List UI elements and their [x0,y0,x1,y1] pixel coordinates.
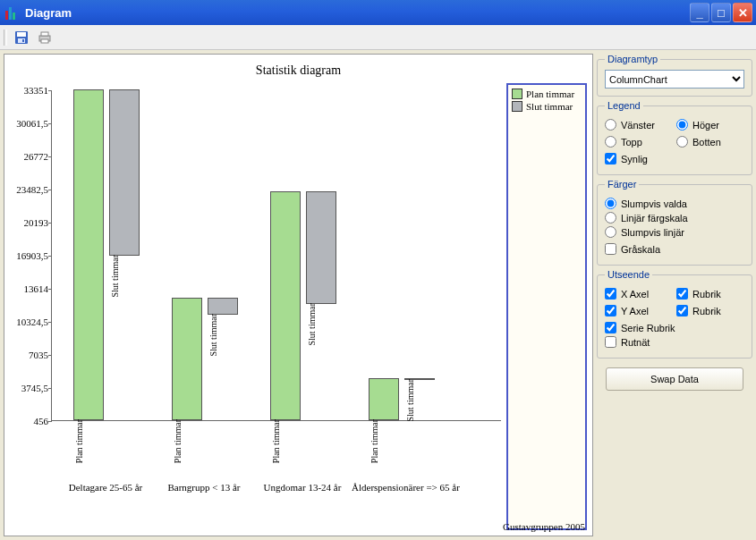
radio-linjar-fargskala[interactable]: Linjär färgskala [605,212,744,224]
chart-legend: Plan timmarSlut timmar [506,83,587,530]
series-x-label: Plan timmar [173,419,183,467]
window-close-button[interactable]: ✕ [733,3,752,22]
toolbar-grip [4,30,7,46]
legend-label: Plan timmar [526,89,574,99]
y-tick-label: 10324,5 [11,316,48,327]
legend-label: Slut timmar [526,101,573,112]
group-diagramtyp-legend: Diagramtyp [605,54,660,64]
legend-item: Plan timmar [512,89,582,99]
y-tick-label: 33351 [11,85,48,96]
radio-slumpvis-linjar[interactable]: Slumpvis linjär [605,226,744,238]
series-x-label: Plan timmar [271,419,281,467]
y-tick-label: 30061,5 [11,118,48,129]
svg-rect-1 [17,32,26,37]
radio-vanster[interactable]: Vänster [605,119,673,131]
check-x-axel[interactable]: X Axel [605,288,673,300]
y-tick-label: 13614 [11,283,48,294]
svg-rect-6 [41,39,48,43]
category-label: Barngrupp < 13 år [155,482,253,493]
group-farger-legend: Färger [605,179,639,190]
category-label: Deltagare 25-65 år [56,482,155,493]
window-maximize-button[interactable]: □ [711,3,731,22]
window-minimize-button[interactable]: _ [690,3,709,22]
window-titlebar: Diagram _ □ ✕ [0,0,756,25]
bar: Plan timmar [270,191,301,420]
bar-group: Plan timmarSlut timmar [353,378,451,420]
category-label: Ålderspensionärer => 65 år [352,482,450,493]
chart-pane: Statistik diagram 3335130061,52677223482… [4,54,593,536]
bar: Plan timmar [369,378,399,420]
save-button[interactable] [11,27,32,48]
bar: Slut timmar [109,89,140,256]
y-tick-label: 3745,5 [11,383,48,393]
y-tick-label: 16903,5 [11,250,48,261]
category-label: Ungdomar 13-24 år [253,482,352,493]
y-tick-label: 23482,5 [11,184,48,195]
svg-rect-3 [22,39,24,42]
radio-topp[interactable]: Topp [605,136,673,148]
radio-botten[interactable]: Botten [676,136,744,148]
check-serie-rubrik[interactable]: Serie Rubrik [605,322,744,333]
y-tick-label: 26772 [11,151,48,162]
y-tick-label: 456 [11,416,48,426]
series-x-label: Slut timmar [110,255,120,301]
options-panel: Diagramtyp ColumnChart Legend Vänster Hö… [597,54,752,536]
series-x-label: Slut timmar [405,379,415,426]
check-rubrik-2[interactable]: Rubrik [676,305,744,316]
group-diagramtyp: Diagramtyp ColumnChart [597,54,752,97]
check-rubrik-1[interactable]: Rubrik [676,288,744,300]
plot-area: 3335130061,52677223482,52019316903,51361… [51,83,501,530]
bar: Plan timmar [73,89,104,420]
chart-title: Statistik diagram [10,63,587,78]
legend-swatch [512,101,522,112]
bar-group: Plan timmarSlut timmar [156,298,254,420]
app-icon [5,5,20,20]
radio-hoger[interactable]: Höger [676,119,744,131]
y-tick-label: 20193 [11,217,48,228]
y-tick-label: 7035 [11,350,48,360]
check-synlig[interactable]: Synlig [605,153,744,165]
svg-rect-5 [41,32,48,36]
bar-group: Plan timmarSlut timmar [254,191,353,420]
bar: Slut timmar [404,378,435,380]
group-farger: Färger Slumpvis valda Linjär färgskala S… [597,179,752,266]
bar: Slut timmar [208,298,238,314]
bar: Plan timmar [172,298,202,420]
diagramtyp-select[interactable]: ColumnChart [605,70,744,89]
legend-item: Slut timmar [512,101,582,112]
toolbar [0,25,756,50]
chart-footer: Gustavgruppen 2005 [503,521,585,532]
check-y-axel[interactable]: Y Axel [605,305,673,316]
print-icon [38,30,52,45]
series-x-label: Plan timmar [74,419,84,467]
check-graskala[interactable]: Gråskala [605,243,744,255]
group-utseende-legend: Utseende [605,269,652,280]
save-icon [14,30,29,45]
window-title: Diagram [25,6,690,20]
series-x-label: Slut timmar [307,303,317,350]
series-x-label: Slut timmar [208,314,218,360]
swap-data-button[interactable]: Swap Data [606,367,743,391]
bar-group: Plan timmarSlut timmar [57,89,156,420]
radio-slumpvis-valda[interactable]: Slumpvis valda [605,198,744,209]
check-rutnat[interactable]: Rutnät [605,336,744,348]
print-button[interactable] [34,27,55,48]
legend-swatch [512,89,522,99]
group-legend-legend: Legend [605,100,643,111]
series-x-label: Plan timmar [370,419,379,467]
group-utseende: Utseende X Axel Rubrik Y Axel Rubrik Ser… [597,269,752,359]
group-legend: Legend Vänster Höger Topp Botten Synlig [597,100,752,175]
bar: Slut timmar [306,191,336,303]
